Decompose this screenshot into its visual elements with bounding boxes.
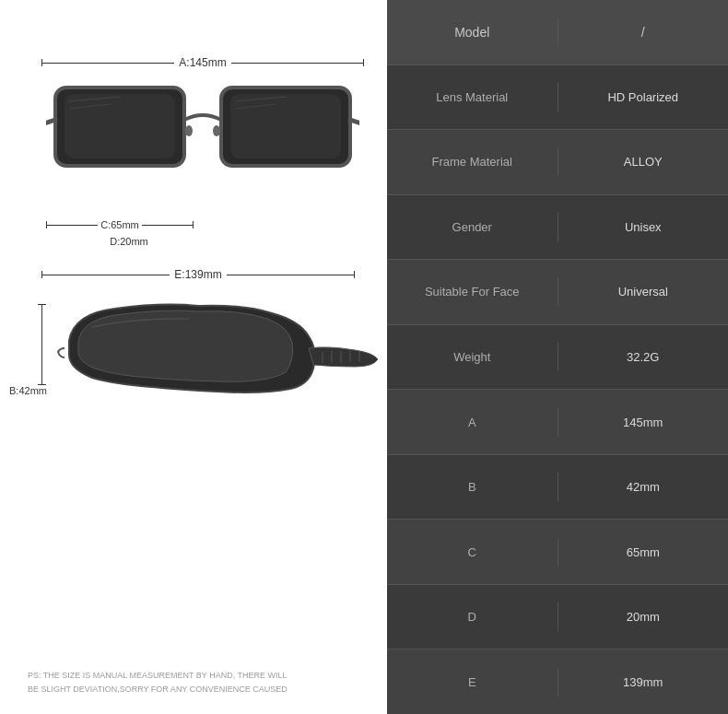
dim-e-line: E:139mm	[41, 267, 355, 282]
label-suitable-for-face: Suitable For Face	[387, 277, 558, 306]
svg-rect-4	[65, 94, 175, 158]
dim-e-label: E:139mm	[170, 268, 226, 281]
dim-b-label: B:42mm	[9, 385, 47, 396]
spec-row-frame-material: Frame Material ALLOY	[387, 130, 728, 195]
dim-d-label: D:20mm	[110, 236, 148, 247]
dim-a-label: A:145mm	[174, 56, 230, 69]
svg-point-10	[185, 125, 193, 136]
spec-row-b: B 42mm	[387, 455, 728, 521]
label-lens-material: Lens Material	[387, 83, 558, 111]
value-e: 139mm	[558, 668, 729, 696]
label-weight: Weight	[387, 343, 558, 371]
spec-table: Model / Lens Material HD Polarized Frame…	[387, 0, 728, 714]
spec-row-d: D 20mm	[387, 585, 728, 650]
value-suitable-for-face: Universal	[558, 277, 729, 306]
svg-point-11	[213, 125, 220, 136]
spec-header-row: Model /	[387, 0, 728, 65]
value-frame-material: ALLOY	[558, 147, 729, 176]
value-b: 42mm	[558, 473, 729, 501]
value-a: 145mm	[558, 408, 729, 437]
glasses-side-svg	[41, 286, 382, 446]
spec-row-c: C 65mm	[387, 520, 728, 585]
label-b: B	[387, 473, 558, 501]
dim-c-label: C:65mm	[98, 219, 142, 230]
left-panel: A:145mm	[0, 0, 387, 714]
spec-row-face: Suitable For Face Universal	[387, 260, 728, 325]
spec-row-weight: Weight 32.2G	[387, 325, 728, 391]
label-d: D	[387, 603, 558, 631]
value-gender: Unisex	[558, 213, 729, 241]
spec-row-lens-material: Lens Material HD Polarized	[387, 65, 728, 131]
header-value: /	[558, 18, 729, 47]
spec-row-e: E 139mm	[387, 650, 728, 714]
value-d: 20mm	[558, 603, 729, 631]
front-dimension-diagram: A:145mm	[37, 55, 369, 258]
ps-note-line2: BE SLIGHT DEVIATION,SORRY FOR ANY CONVEN…	[28, 683, 350, 696]
side-dimension-diagram: E:139mm	[37, 267, 369, 470]
value-lens-material: HD Polarized	[558, 83, 729, 111]
spec-row-a: A 145mm	[387, 390, 728, 455]
dim-d-label-area: D:20mm	[46, 232, 194, 249]
ps-note-line1: PS: THE SIZE IS MANUAL MEASUREMENT BY HA…	[28, 669, 350, 682]
glasses-front-svg	[46, 74, 359, 197]
dim-a-line: A:145mm	[41, 55, 364, 70]
label-gender: Gender	[387, 213, 558, 241]
value-c: 65mm	[558, 538, 729, 567]
spec-row-gender: Gender Unisex	[387, 195, 728, 261]
dim-cd-area: C:65mm D:20mm	[46, 219, 194, 249]
label-e: E	[387, 668, 558, 696]
ps-note: PS: THE SIZE IS MANUAL MEASUREMENT BY HA…	[28, 669, 350, 696]
value-weight: 32.2G	[558, 343, 729, 371]
header-model: Model	[387, 18, 558, 47]
dim-c-line: C:65mm	[46, 219, 194, 230]
svg-rect-5	[230, 94, 341, 158]
label-c: C	[387, 538, 558, 567]
dim-b-line: B:42mm	[37, 304, 47, 396]
label-a: A	[387, 408, 558, 437]
label-frame-material: Frame Material	[387, 147, 558, 176]
right-panel: Model / Lens Material HD Polarized Frame…	[387, 0, 728, 714]
